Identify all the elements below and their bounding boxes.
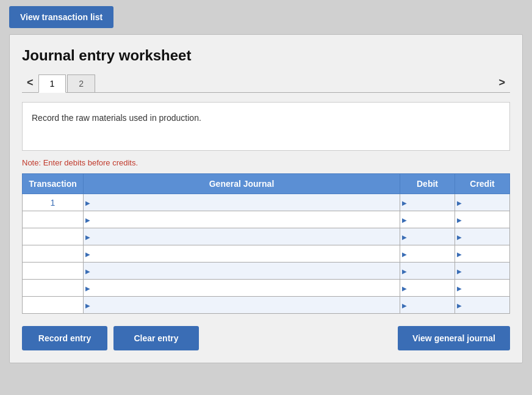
col-header-credit: Credit: [455, 174, 510, 194]
table-row-journal-1[interactable]: [84, 211, 400, 228]
credit-input-4[interactable]: [455, 263, 509, 279]
table-row-transaction-6: [23, 297, 84, 314]
col-header-debit: Debit: [400, 174, 455, 194]
top-bar: View transaction list: [0, 0, 532, 34]
journal-table: Transaction General Journal Debit Credit…: [22, 173, 510, 314]
table-row-journal-0[interactable]: [84, 194, 400, 211]
note-text: Note: Enter debits before credits.: [22, 158, 510, 167]
credit-input-0[interactable]: [455, 194, 509, 211]
view-transaction-button[interactable]: View transaction list: [9, 6, 113, 28]
table-row-transaction-5: [23, 280, 84, 297]
debit-input-0[interactable]: [400, 194, 455, 211]
table-row-transaction-2: [23, 228, 84, 245]
table-row-journal-2[interactable]: [84, 228, 400, 245]
debit-input-4[interactable]: [400, 263, 455, 279]
worksheet-title: Journal entry worksheet: [22, 47, 510, 64]
table-row-journal-3[interactable]: [84, 245, 400, 263]
table-row-debit-2[interactable]: [400, 228, 455, 245]
table-row-debit-6[interactable]: [400, 297, 455, 314]
credit-input-1[interactable]: [455, 211, 509, 228]
view-general-journal-button[interactable]: View general journal: [398, 326, 510, 350]
record-entry-button[interactable]: Record entry: [22, 326, 107, 350]
col-header-general-journal: General Journal: [84, 174, 400, 194]
credit-input-2[interactable]: [455, 228, 509, 245]
table-row-debit-4[interactable]: [400, 263, 455, 280]
instruction-box: Record the raw materials used in product…: [22, 102, 510, 151]
table-row-debit-0[interactable]: [400, 194, 455, 211]
debit-input-1[interactable]: [400, 211, 455, 228]
journal-input-6[interactable]: [84, 297, 400, 313]
col-header-transaction: Transaction: [23, 174, 84, 194]
table-row-credit-0[interactable]: [455, 194, 510, 211]
table-row-credit-6[interactable]: [455, 297, 510, 314]
table-row-credit-4[interactable]: [455, 263, 510, 280]
table-row-transaction-3: [23, 245, 84, 263]
table-row-transaction-1: [23, 211, 84, 228]
table-row-transaction-0: 1: [23, 194, 84, 211]
debit-input-3[interactable]: [400, 245, 455, 262]
table-row-journal-5[interactable]: [84, 280, 400, 297]
tabs-container: < 1 2 >: [22, 73, 510, 93]
table-row-debit-1[interactable]: [400, 211, 455, 228]
credit-input-3[interactable]: [455, 245, 509, 262]
table-row-journal-6[interactable]: [84, 297, 400, 314]
tab-next-button[interactable]: >: [494, 73, 510, 92]
journal-input-3[interactable]: [84, 245, 400, 262]
clear-entry-button[interactable]: Clear entry: [113, 326, 199, 350]
tab-2[interactable]: 2: [67, 74, 95, 92]
debit-input-5[interactable]: [400, 280, 455, 296]
table-row-credit-3[interactable]: [455, 245, 510, 263]
journal-input-1[interactable]: [84, 211, 400, 228]
table-row-credit-5[interactable]: [455, 280, 510, 297]
journal-input-2[interactable]: [84, 228, 400, 245]
table-row-journal-4[interactable]: [84, 263, 400, 280]
table-row-transaction-4: [23, 263, 84, 280]
journal-input-5[interactable]: [84, 280, 400, 296]
table-row-debit-3[interactable]: [400, 245, 455, 263]
journal-input-4[interactable]: [84, 263, 400, 279]
debit-input-2[interactable]: [400, 228, 455, 245]
credit-input-5[interactable]: [455, 280, 509, 296]
credit-input-6[interactable]: [455, 297, 509, 313]
debit-input-6[interactable]: [400, 297, 455, 313]
tab-1[interactable]: 1: [38, 74, 66, 93]
main-container: Journal entry worksheet < 1 2 > Record t…: [9, 34, 523, 363]
table-row-credit-1[interactable]: [455, 211, 510, 228]
table-row-debit-5[interactable]: [400, 280, 455, 297]
instruction-text: Record the raw materials used in product…: [32, 113, 201, 123]
journal-input-0[interactable]: [84, 194, 400, 211]
table-row-credit-2[interactable]: [455, 228, 510, 245]
tab-prev-button[interactable]: <: [22, 73, 38, 92]
buttons-row: Record entry Clear entry View general jo…: [22, 326, 510, 350]
